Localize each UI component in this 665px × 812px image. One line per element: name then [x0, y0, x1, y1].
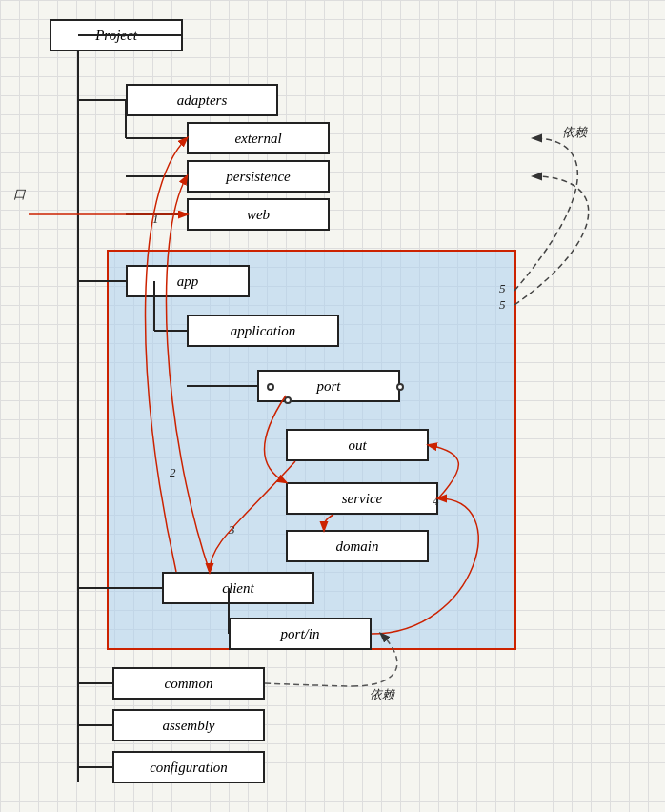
app-label: app [177, 274, 199, 290]
app-box: app [126, 265, 250, 297]
num3-label: 3 [229, 522, 235, 538]
out-label: out [348, 437, 366, 454]
num4-label: 4 [433, 494, 439, 509]
dot1 [267, 383, 274, 391]
num5b-label: 5 [499, 297, 506, 313]
client-box: client [162, 572, 314, 604]
common-box: common [112, 667, 265, 700]
common-label: common [165, 676, 213, 692]
project-label: Project [95, 28, 137, 44]
dep1-label: 依赖 [562, 124, 587, 141]
configuration-box: configuration [112, 751, 265, 783]
adapters-box: adapters [126, 84, 278, 116]
out-box: out [286, 429, 429, 461]
service-box: service [286, 482, 438, 515]
external-box: external [187, 122, 330, 154]
project-box: Project [50, 19, 183, 51]
assembly-box: assembly [112, 709, 265, 741]
num1-label: 1 [152, 212, 159, 227]
application-label: application [231, 323, 295, 339]
persistence-box: persistence [187, 160, 330, 193]
num5a-label: 5 [499, 281, 506, 296]
port-box: port [257, 370, 400, 402]
web-label: web [247, 207, 270, 223]
assembly-label: assembly [163, 718, 215, 734]
domain-label: domain [336, 538, 379, 555]
iface-label: 口 [13, 186, 26, 203]
client-label: client [222, 580, 253, 597]
service-label: service [342, 491, 382, 507]
dot3 [396, 383, 404, 391]
adapters-label: adapters [177, 92, 228, 109]
persistence-label: persistence [226, 169, 290, 185]
port-label: port [316, 378, 340, 395]
external-label: external [234, 131, 281, 147]
application-box: application [187, 315, 339, 347]
portin-label: port/in [281, 626, 320, 642]
num2-label: 2 [170, 465, 176, 480]
web-box: web [187, 198, 330, 231]
portin-box: port/in [229, 618, 372, 650]
dep2-label: 依赖 [370, 686, 394, 703]
dot2 [284, 396, 292, 404]
domain-box: domain [286, 530, 429, 562]
configuration-label: configuration [150, 760, 228, 776]
